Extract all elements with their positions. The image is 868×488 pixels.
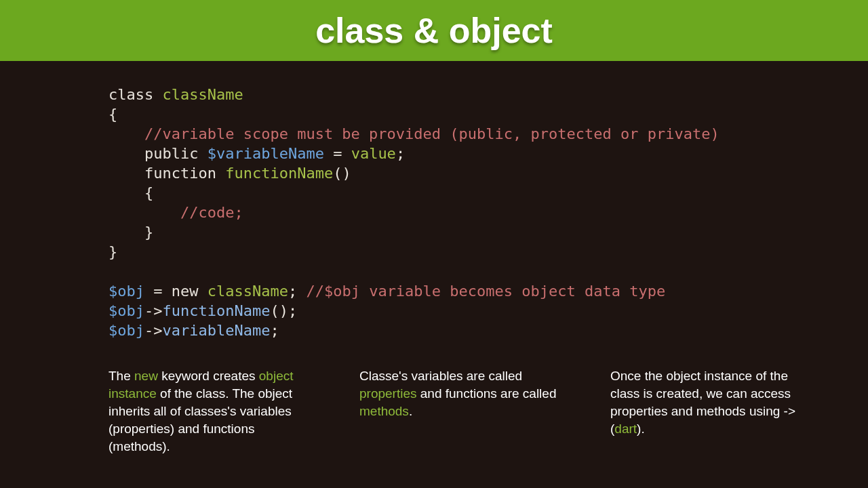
- code-text: (): [333, 165, 351, 182]
- code-text: public: [108, 145, 208, 162]
- code-text: functionName: [225, 165, 333, 182]
- text: Classe's variables are called: [359, 369, 522, 383]
- highlight: dart: [614, 422, 637, 436]
- code-text: ();: [270, 302, 297, 319]
- code-text: className: [162, 86, 243, 103]
- text: The: [108, 369, 134, 383]
- explanation-col-3: Once the object instance of the class is…: [610, 367, 821, 455]
- code-text: ->: [144, 322, 163, 339]
- code-text: ->: [144, 302, 163, 319]
- code-text: function: [108, 165, 225, 182]
- code-text: variableName: [162, 322, 270, 339]
- text: ).: [637, 422, 645, 436]
- header: class & object: [0, 0, 868, 61]
- code-text: }: [108, 243, 117, 260]
- code-comment: //code;: [108, 204, 243, 221]
- code-text: value: [351, 145, 396, 162]
- code-text: }: [108, 224, 153, 241]
- code-text: $variableName: [208, 145, 324, 162]
- code-text: {: [108, 106, 117, 123]
- explanation-row: The new keyword creates object instance …: [0, 340, 868, 455]
- code-text: $obj: [108, 322, 144, 339]
- code-text: {: [108, 184, 153, 201]
- code-text: $obj: [108, 283, 144, 300]
- text: and functions are called: [417, 386, 557, 401]
- code-text: functionName: [162, 302, 270, 319]
- page-title: class & object: [315, 10, 553, 51]
- explanation-col-2: Classe's variables are called properties…: [359, 367, 570, 455]
- code-text: className: [208, 283, 288, 300]
- text: .: [409, 404, 412, 418]
- code-text: ;: [270, 322, 279, 339]
- code-block: class className { //variable scope must …: [0, 61, 868, 340]
- highlight: properties: [359, 386, 417, 401]
- highlight: methods: [359, 404, 409, 418]
- text: keyword creates: [158, 369, 259, 383]
- code-text: class: [108, 86, 162, 103]
- highlight: new: [134, 369, 158, 383]
- code-text: $obj: [108, 302, 144, 319]
- code-text: ;: [396, 145, 405, 162]
- code-text: ;: [288, 283, 307, 300]
- code-text: =: [324, 145, 351, 162]
- code-text: = new: [144, 283, 208, 300]
- code-comment: //$obj variable becomes object data type: [306, 283, 665, 300]
- explanation-col-1: The new keyword creates object instance …: [108, 367, 319, 455]
- code-comment: //variable scope must be provided (publi…: [108, 125, 719, 142]
